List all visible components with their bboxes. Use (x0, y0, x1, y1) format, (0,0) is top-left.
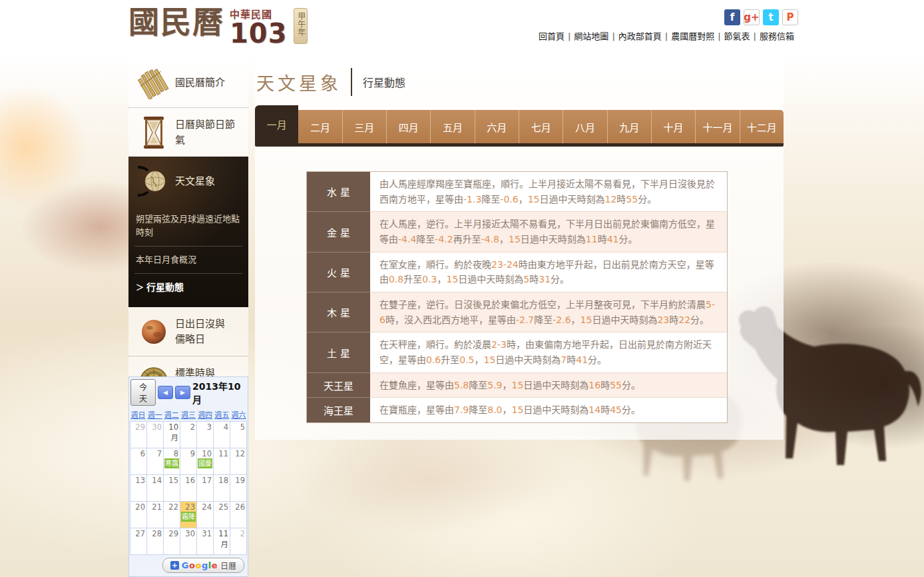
sidebar-item-astro[interactable]: 天文星象 (128, 157, 248, 206)
weekday-3[interactable]: 週三 (180, 409, 196, 420)
calendar-day: 28 (147, 528, 164, 555)
day-number: 29 (168, 529, 178, 538)
event-badge[interactable]: 寒露 (164, 458, 179, 468)
facebook-icon[interactable]: f (724, 9, 740, 25)
day-number: 14 (152, 476, 162, 485)
astro-submenu-item-0[interactable]: 朔望兩弦及月球過遠近地點時刻 (134, 206, 242, 246)
day-number: 29 (135, 422, 145, 432)
month-tabs: 一月二月三月四月五月六月七月八月九月十月十一月十二月 (255, 105, 784, 143)
day-number: 9 (190, 449, 195, 458)
tab-month-7[interactable]: 七月 (519, 110, 563, 143)
social-icons: fg+tP (724, 9, 798, 25)
tabs-bottom-strip (255, 143, 784, 147)
calendar-day: 2 (180, 422, 197, 448)
weekday-1[interactable]: 週一 (146, 409, 163, 420)
tab-month-2[interactable]: 二月 (298, 110, 342, 143)
tab-month-3[interactable]: 三月 (343, 110, 387, 143)
tab-month-9[interactable]: 九月 (608, 110, 652, 143)
calendar-day: 22 (164, 502, 180, 528)
twitter-icon[interactable]: t (763, 9, 779, 25)
tab-month-1[interactable]: 一月 (255, 105, 298, 143)
nav-link-4[interactable]: 節氣表 (724, 31, 760, 41)
tab-month-5[interactable]: 五月 (431, 110, 475, 143)
calendar-day: 8寒露 (164, 448, 180, 475)
weekday-2[interactable]: 週二 (163, 409, 180, 420)
day-number: 24 (202, 502, 212, 512)
page-subtitle: 行星動態 (363, 74, 405, 90)
site-logo[interactable]: 國民曆 中華民國 103 甲午年 (128, 5, 308, 46)
table-row: 火 星在室女座，順行。約於夜晚23-24時由東方地平升起，日出前見於南方天空，星… (307, 253, 727, 292)
day-number: 17 (202, 476, 212, 485)
tab-month-4[interactable]: 四月 (387, 110, 431, 143)
table-row: 天王星在雙魚座，星等由5.8降至5.9，15日過中天時刻為16時55分。 (307, 373, 727, 398)
calendar-day: 21 (147, 502, 164, 528)
day-number: 22 (168, 502, 178, 512)
tab-month-6[interactable]: 六月 (475, 110, 519, 143)
mars-planet-icon (132, 317, 175, 346)
day-number: 13 (135, 476, 145, 485)
astro-submenu-item-1[interactable]: 本年日月食概況 (134, 246, 242, 273)
day-number: 6 (140, 449, 145, 458)
nav-link-3[interactable]: 農國曆對照 (671, 31, 724, 41)
planet-desc-cell: 在室女座，順行。約於夜晚23-24時由東方地平升起，日出前見於南方天空，星等由0… (370, 253, 727, 292)
astro-submenu-item-2[interactable]: ＞行星動態 (134, 273, 242, 302)
sidebar-label-intro: 國民曆簡介 (175, 75, 225, 91)
day-number: 21 (152, 502, 162, 512)
calendar-day: 4 (214, 422, 230, 448)
bamboo-scroll-icon (132, 67, 175, 99)
day-number: 30 (152, 422, 162, 432)
planet-desc-cell: 在寶瓶座，星等由7.9降至8.0，15日過中天時刻為14時45分。 (370, 398, 727, 422)
sidebar-item-calendar[interactable]: 日曆與節日節氣 (128, 108, 248, 157)
tab-month-10[interactable]: 十月 (652, 110, 696, 143)
sidebar-item-intro[interactable]: 國民曆簡介 (128, 59, 248, 107)
nav-link-2[interactable]: 內政部首頁 (618, 31, 671, 41)
event-badge[interactable]: 霜降 (181, 512, 196, 522)
globe-icon (132, 165, 175, 197)
planet-desc-cell: 由人馬座經摩羯座至寶瓶座，順行。上半月接近太陽不易看見，下半月日沒後見於西南方地… (370, 172, 727, 212)
calendar-today-button[interactable]: 今天 (130, 379, 156, 406)
title-divider (351, 68, 352, 96)
calendar-day: 10月 (164, 422, 180, 448)
calendar-day: 9 (180, 448, 197, 475)
weekday-6[interactable]: 週六 (230, 409, 247, 420)
sidebar: 國民曆簡介 日曆與節日節氣 (128, 59, 248, 405)
planet-name-cell: 火 星 (307, 253, 370, 292)
hourglass-icon (132, 116, 175, 149)
event-badge[interactable]: 國慶 (198, 458, 212, 468)
weekday-4[interactable]: 週四 (197, 409, 214, 420)
nav-link-1[interactable]: 網站地圖 (574, 31, 618, 41)
day-number: 5 (240, 422, 245, 432)
active-arrow-icon: ＞ (136, 283, 144, 292)
day-number: 20 (135, 502, 145, 512)
calendar-weekday-header: 週日週一週二週三週四週五週六 (129, 408, 248, 421)
day-number: 15 (168, 476, 178, 485)
day-number: 25 (218, 502, 228, 512)
google-calendar-button[interactable]: + Google 日曆 (162, 558, 244, 573)
weekday-0[interactable]: 週日 (130, 409, 146, 420)
planet-desc-cell: 在人馬座，逆行。上半月接近太陽不易看見，下半月日出前見於東偏南方低空，星等由-4… (370, 212, 727, 252)
calendar-next-icon[interactable]: ▶ (175, 386, 190, 399)
calendar-prev-icon[interactable]: ◀ (158, 386, 173, 399)
calendar-day: 26 (230, 502, 247, 528)
googleplus-icon[interactable]: g+ (744, 9, 760, 25)
calendar-month-label: 2013年10月 (192, 379, 246, 406)
tab-month-11[interactable]: 十一月 (696, 110, 740, 143)
sidebar-item-sunrise[interactable]: 日出日沒與 儒略日 (128, 307, 248, 356)
tab-month-12[interactable]: 十二月 (740, 110, 784, 143)
plurk-icon[interactable]: P (782, 9, 798, 25)
day-number: 30 (185, 529, 195, 538)
calendar-day: 20 (130, 502, 147, 528)
tab-month-8[interactable]: 八月 (563, 110, 607, 143)
calendar-day: 5 (230, 422, 247, 448)
planet-name-cell: 土 星 (307, 332, 370, 372)
calendar-day: 31 (197, 528, 214, 555)
day-number: 8 (174, 449, 178, 458)
calendar-day: 29 (164, 528, 180, 555)
table-row: 金 星在人馬座，逆行。上半月接近太陽不易看見，下半月日出前見於東偏南方低空，星等… (307, 212, 727, 252)
day-number: 11 (218, 449, 228, 458)
calendar-day: 24 (197, 502, 214, 528)
day-number: 4 (224, 422, 228, 432)
nav-link-0[interactable]: 回首頁 (539, 31, 574, 41)
nav-link-5[interactable]: 服務信箱 (760, 31, 794, 41)
weekday-5[interactable]: 週五 (214, 409, 230, 420)
